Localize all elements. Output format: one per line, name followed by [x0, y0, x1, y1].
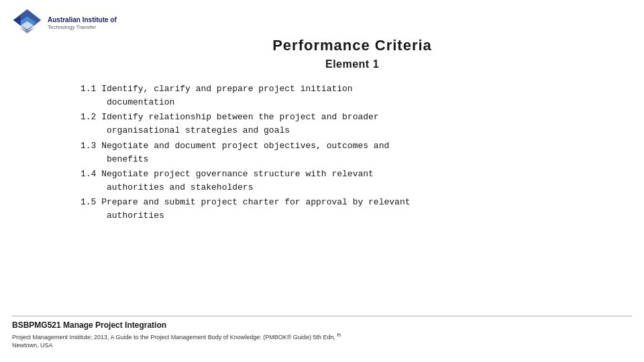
criteria-item-1: 1.1 Identify, clarify and prepare projec… — [80, 82, 624, 109]
criteria-item-2: 1.2 Identify relationship between the pr… — [80, 111, 624, 137]
footer-divider — [12, 316, 632, 316]
criteria-item-5: 1.5 Prepare and submit project charter f… — [80, 196, 624, 223]
main-content: Performance Criteria Element 1 1.1 Ident… — [80, 37, 624, 224]
logo-icon — [12, 8, 42, 38]
logo-area: Australian Institute of Technology Trans… — [12, 8, 117, 38]
criteria-item-3: 1.3 Negotiate and document project objec… — [80, 139, 624, 166]
criteria-list: 1.1 Identify, clarify and prepare projec… — [80, 82, 624, 223]
element-heading: Element 1 — [80, 58, 624, 70]
page-title: Performance Criteria — [80, 37, 624, 54]
svg-marker-3 — [13, 15, 21, 25]
logo-subtitle: Technology Transfer — [48, 24, 117, 31]
logo-text: Australian Institute of Technology Trans… — [48, 15, 117, 31]
footer: BSBPMG521 Manage Project Integration Pro… — [12, 316, 632, 350]
criteria-item-4: 1.4 Negotiate project governance structu… — [80, 168, 624, 194]
logo-institute: Australian Institute of — [48, 15, 117, 24]
footer-reference: Project Management Institute; 2013, A Gu… — [12, 332, 632, 350]
footer-module-code: BSBPMG521 Manage Project Integration — [12, 320, 632, 330]
